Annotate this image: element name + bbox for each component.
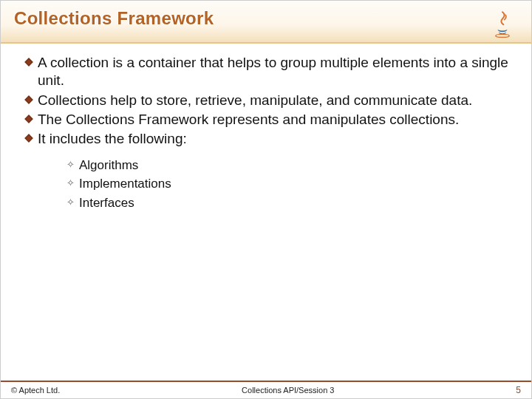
list-item: The Collections Framework represents and… bbox=[20, 111, 512, 129]
diamond-bullet-icon bbox=[20, 130, 38, 141]
bullet-list: A collection is a container that helps t… bbox=[20, 54, 512, 149]
footer-page-number: 5 bbox=[516, 385, 521, 395]
footer: © Aptech Ltd. Collections API/Session 3 … bbox=[1, 381, 531, 398]
sub-bullet-list: ✧ Algorithms ✧ Implementations ✧ Interfa… bbox=[61, 156, 512, 213]
list-item: It includes the following: bbox=[20, 130, 512, 148]
diamond-sub-bullet-icon: ✧ bbox=[61, 174, 79, 191]
diamond-bullet-icon bbox=[20, 92, 38, 103]
svg-point-0 bbox=[496, 34, 509, 37]
bullet-text: The Collections Framework represents and… bbox=[38, 111, 512, 129]
sub-bullet-text: Algorithms bbox=[79, 156, 138, 175]
diamond-bullet-icon bbox=[20, 54, 38, 65]
diamond-bullet-icon bbox=[20, 111, 38, 122]
sub-bullet-text: Implementations bbox=[79, 174, 171, 194]
list-item: ✧ Implementations bbox=[61, 174, 512, 194]
diamond-sub-bullet-icon: ✧ bbox=[61, 194, 79, 210]
footer-session: Collections API/Session 3 bbox=[60, 386, 516, 395]
list-item: A collection is a container that helps t… bbox=[20, 54, 512, 90]
bullet-text: It includes the following: bbox=[38, 130, 512, 148]
diamond-sub-bullet-icon: ✧ bbox=[61, 156, 79, 172]
list-item: Collections help to store, retrieve, man… bbox=[20, 92, 512, 109]
bullet-text: Collections help to store, retrieve, man… bbox=[38, 92, 512, 109]
title-bar: Collections Framework bbox=[1, 1, 531, 44]
content-area: A collection is a container that helps t… bbox=[1, 44, 531, 212]
slide-title: Collections Framework bbox=[14, 8, 214, 29]
footer-copyright: © Aptech Ltd. bbox=[11, 386, 60, 395]
java-logo-icon bbox=[487, 8, 518, 39]
list-item: ✧ Interfaces bbox=[61, 194, 512, 213]
bullet-text: A collection is a container that helps t… bbox=[38, 54, 512, 90]
sub-bullet-text: Interfaces bbox=[79, 194, 134, 213]
slide: Collections Framework A collection is a … bbox=[0, 0, 532, 399]
list-item: ✧ Algorithms bbox=[61, 156, 512, 175]
